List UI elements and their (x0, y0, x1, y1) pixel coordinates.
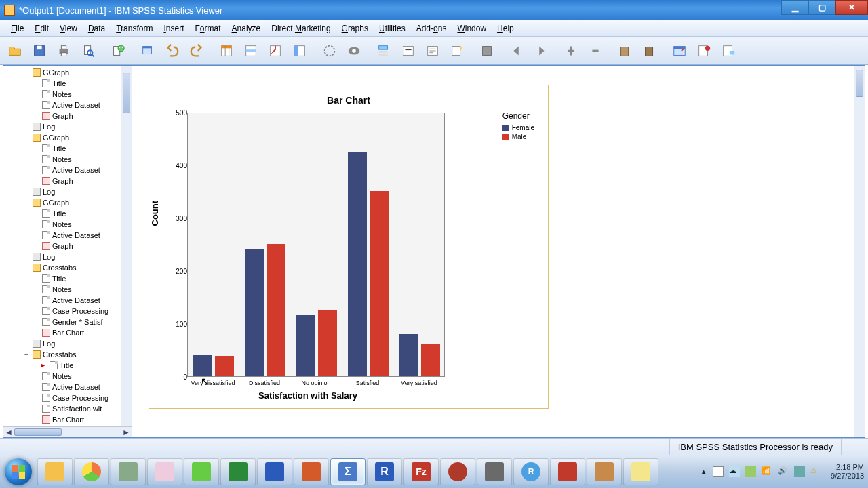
print-preview-button[interactable] (77, 40, 99, 62)
menu-window[interactable]: Window (452, 22, 492, 35)
expand-button[interactable] (614, 40, 636, 62)
tree-node[interactable]: −GGraph (3, 132, 121, 143)
save-button[interactable] (28, 40, 50, 62)
collapse-button[interactable] (639, 40, 660, 62)
tree-node[interactable]: Title (3, 273, 121, 284)
promote-button[interactable] (560, 40, 582, 62)
tree-node[interactable]: Log (3, 121, 121, 132)
task-app4[interactable] (440, 458, 475, 485)
redo-button[interactable] (186, 40, 208, 62)
outline-hscrollbar[interactable]: ◄► (3, 426, 132, 437)
clock[interactable]: 2:18 PM 9/27/2013 (831, 463, 864, 481)
tree-node[interactable]: Active Dataset (3, 382, 121, 392)
select-button[interactable] (319, 40, 340, 62)
tree-node[interactable]: Notes (3, 284, 121, 295)
insert-heading-button[interactable] (373, 40, 395, 62)
tree-node[interactable]: Case Processing (3, 392, 121, 403)
task-chrome[interactable] (74, 458, 109, 485)
tree-node[interactable]: −Crosstabs (3, 349, 121, 360)
tree-node[interactable]: Active Dataset (3, 230, 121, 241)
tray-network-icon[interactable]: 📶 (762, 466, 772, 477)
tree-node[interactable]: Title (3, 208, 121, 219)
insert-text-button[interactable] (422, 40, 443, 62)
goto-variable-button[interactable] (264, 40, 286, 62)
tree-node[interactable]: Active Dataset (3, 165, 121, 176)
tree-node[interactable]: −Crosstabs (3, 262, 121, 273)
task-word[interactable] (257, 458, 292, 485)
task-app1[interactable] (111, 458, 146, 485)
print-button[interactable] (53, 40, 75, 62)
nav-back-button[interactable] (506, 40, 528, 62)
tray-volume-icon[interactable]: 🔊 (778, 466, 789, 477)
insert-title-button[interactable] (397, 40, 419, 62)
task-app6[interactable] (587, 458, 622, 485)
tree-node[interactable]: Notes (3, 89, 121, 100)
menu-view[interactable]: View (54, 22, 83, 35)
tree-node[interactable]: Graph (3, 176, 121, 186)
menu-transform[interactable]: Transform (111, 22, 158, 35)
tree-node[interactable]: Log (3, 186, 121, 197)
task-r[interactable]: R (367, 458, 402, 485)
run-script-button[interactable] (693, 40, 715, 62)
tree-node[interactable]: −GGraph (3, 67, 121, 78)
task-filezilla[interactable]: Fz (403, 458, 439, 485)
tree-node[interactable]: Notes (3, 219, 121, 230)
menu-graphs[interactable]: Graphs (336, 22, 374, 35)
variables-button[interactable] (289, 40, 311, 62)
tree-node[interactable]: Active Dataset (3, 100, 121, 110)
open-button[interactable] (4, 40, 26, 62)
tree-node[interactable]: Graph (3, 241, 121, 251)
tray-action-center-icon[interactable] (713, 466, 724, 477)
tree-node[interactable]: Title (3, 78, 121, 89)
demote-button[interactable] (585, 40, 606, 62)
chart-object[interactable]: Bar Chart Gender Female Male Count 01002… (149, 85, 549, 409)
tree-node[interactable]: Active Dataset (3, 295, 121, 306)
menu-utilities[interactable]: Utilities (374, 22, 411, 35)
tray-up-icon[interactable]: ▲ (700, 468, 707, 476)
task-notes[interactable] (623, 458, 658, 485)
maximize-button[interactable]: ▢ (808, 0, 835, 15)
tree-node[interactable]: Notes (3, 154, 121, 165)
tray-app-icon[interactable] (794, 466, 805, 477)
show-hidden-button[interactable] (343, 40, 365, 62)
task-excel[interactable] (220, 458, 256, 485)
menu-addons[interactable]: Add-ons (411, 22, 452, 35)
close-button[interactable]: ✕ (835, 0, 868, 15)
tree-node[interactable]: Log (3, 251, 121, 262)
viewer-content[interactable]: Bar Chart Gender Female Male Count 01002… (132, 66, 854, 437)
recall-dialog-button[interactable] (137, 40, 159, 62)
tree-node[interactable]: Gender * Satisf (3, 317, 121, 327)
nav-forward-button[interactable] (530, 40, 552, 62)
minimize-button[interactable]: ▁ (781, 0, 808, 15)
tray-battery-icon[interactable] (745, 466, 756, 477)
task-app3[interactable] (184, 458, 219, 485)
tree-node[interactable]: Case Processing (3, 306, 121, 317)
outline-tree[interactable]: −GGraphTitleNotesActive DatasetGraphLog−… (3, 66, 121, 426)
viewer-vscrollbar[interactable] (854, 66, 865, 437)
goto-data-button[interactable] (216, 40, 237, 62)
tree-node[interactable]: Notes (3, 371, 121, 382)
task-revit[interactable]: R (513, 458, 549, 485)
tree-node[interactable]: Bar Chart (3, 414, 121, 425)
tree-node[interactable]: Title (3, 143, 121, 154)
system-tray[interactable]: ▲ ☁ 📶 🔊 ⚠ 2:18 PM 9/27/2013 (700, 463, 868, 481)
task-powerpoint[interactable] (294, 458, 329, 485)
create-edit-autoscript-button[interactable] (717, 40, 739, 62)
undo-button[interactable] (161, 40, 183, 62)
designate-window-button[interactable] (669, 40, 690, 62)
menu-direct-marketing[interactable]: Direct Marketing (266, 22, 336, 35)
task-spss[interactable]: Σ (330, 458, 366, 485)
outline-vscrollbar[interactable] (121, 66, 132, 426)
tree-node[interactable]: Log (3, 338, 121, 349)
tree-node[interactable]: −GGraph (3, 197, 121, 208)
start-button[interactable] (0, 455, 37, 488)
tree-node[interactable]: ►Title (3, 360, 121, 371)
tree-node[interactable]: Bar Chart (3, 327, 121, 338)
menu-file[interactable]: File (5, 22, 29, 35)
menu-analyze[interactable]: Analyze (226, 22, 267, 35)
tray-shield-icon[interactable]: ⚠ (810, 466, 821, 477)
menu-format[interactable]: Format (190, 22, 226, 35)
tree-node[interactable]: Satisfaction wit (3, 403, 121, 414)
menu-data[interactable]: Data (83, 22, 111, 35)
export-button[interactable] (107, 40, 129, 62)
